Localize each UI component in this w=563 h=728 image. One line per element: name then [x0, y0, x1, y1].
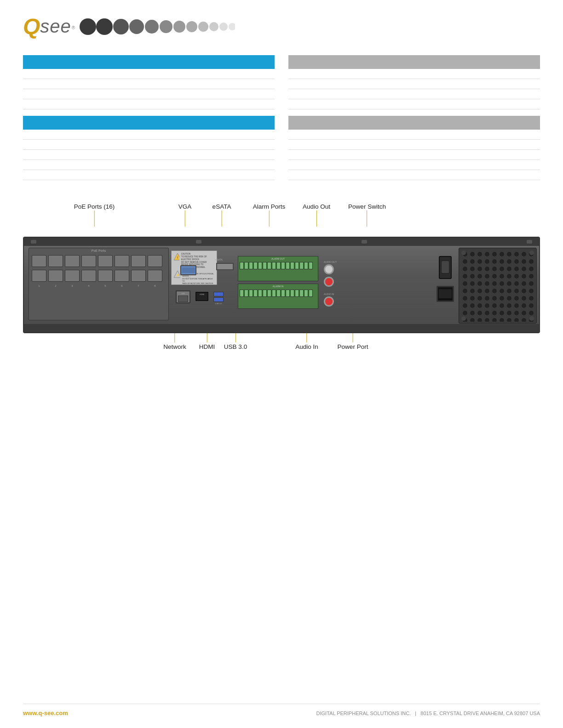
spec-row — [288, 99, 540, 109]
device-top-bar — [24, 238, 539, 246]
spec-column-right — [288, 55, 540, 180]
spec-header-right-2 — [288, 116, 540, 130]
power-switch[interactable] — [439, 256, 452, 279]
label-hdmi: HDMI — [199, 333, 215, 351]
spec-row — [23, 160, 275, 170]
svg-point-3 — [129, 19, 144, 34]
alarm-out-pins — [238, 260, 318, 271]
usb-label-small: USB 3.0 — [213, 302, 224, 305]
label-alarm-ports: Alarm Ports — [253, 202, 286, 227]
poe-row-bottom — [29, 268, 168, 284]
bottom-labels: Network HDMI USB 3.0 Audio In Power Port — [23, 333, 540, 358]
logo: Q see ® — [23, 14, 235, 39]
svg-point-0 — [80, 18, 96, 35]
spec-header-left-1 — [23, 55, 275, 69]
svg-point-6 — [173, 21, 185, 33]
poe-port — [148, 255, 162, 267]
svg-text:⚡: ⚡ — [176, 273, 180, 277]
alarm-pin — [258, 262, 262, 269]
screw-center-right — [362, 240, 367, 244]
network-port: LAN — [176, 290, 190, 303]
vga-port-area: VGA — [180, 265, 196, 278]
alarm-in-label-small: ALARM IN — [238, 284, 318, 288]
usb-port-1 — [213, 292, 224, 296]
spec-header-right-1 — [288, 55, 540, 69]
poe-port — [48, 255, 63, 267]
logo-trademark: ® — [72, 25, 75, 30]
alarm-pin — [281, 262, 285, 269]
alarm-pin — [290, 290, 294, 297]
spec-row — [288, 89, 540, 99]
usb-ports: USB 3.0 — [213, 292, 224, 305]
alarm-pin — [290, 262, 294, 269]
vga-label-small: VGA — [180, 276, 196, 279]
audio-in-section: AUDIO IN — [324, 293, 334, 307]
alarm-pin — [244, 262, 248, 269]
warning-icon: ⚡ — [173, 270, 180, 279]
audio-in-label-small: AUDIO IN — [324, 293, 334, 296]
spec-row — [23, 99, 275, 109]
spec-area — [23, 55, 540, 180]
label-usb: USB 3.0 — [224, 333, 247, 351]
poe-port — [81, 255, 96, 267]
label-power-switch: Power Switch — [348, 202, 386, 227]
audio-out-label-small: AUDIO OUT — [324, 261, 337, 263]
esata-label-small: e-SATA — [215, 258, 223, 261]
footer: www.q-see.com DIGITAL PERIPHERAL SOLUTIO… — [23, 704, 540, 717]
poe-port — [98, 270, 113, 282]
spec-row — [23, 69, 275, 79]
label-line-hdmi — [207, 333, 207, 342]
svg-point-7 — [186, 21, 197, 32]
alarm-in-pins — [238, 288, 318, 299]
alarm-pin — [295, 290, 299, 297]
spec-row — [23, 140, 275, 150]
audio-out-rca-red — [324, 277, 334, 287]
alarm-pin — [276, 262, 281, 269]
alarm-pin — [295, 262, 299, 269]
spec-column-left — [23, 55, 275, 180]
poe-port — [148, 270, 162, 282]
spec-row — [23, 79, 275, 89]
alarm-pin — [240, 262, 244, 269]
fan-grid — [461, 250, 535, 322]
audio-out-section: AUDIO OUT — [324, 261, 337, 287]
poe-port — [65, 255, 80, 267]
poe-port — [65, 270, 80, 282]
poe-section: PoE Ports — [29, 248, 169, 320]
alarm-pin — [299, 290, 304, 297]
alarm-pin — [299, 262, 304, 269]
label-line-esata — [221, 210, 222, 227]
alarm-pin — [276, 290, 281, 297]
alarm-pin — [281, 290, 285, 297]
spec-row — [288, 170, 540, 180]
fan-screw — [529, 250, 534, 255]
device-bottom-bar — [24, 324, 539, 332]
alarm-out-block: ALARM OUT — [238, 256, 318, 281]
poe-labels-row: 1 2 3 4 5 6 7 8 — [29, 284, 168, 287]
alarm-pin — [304, 262, 308, 269]
label-power-port: Power Port — [338, 333, 368, 351]
svg-point-5 — [160, 20, 172, 33]
label-line-usb — [236, 333, 236, 342]
alarm-pin — [244, 290, 248, 297]
spec-row — [288, 130, 540, 140]
alarm-pin — [249, 290, 253, 297]
svg-point-11 — [229, 23, 235, 30]
label-line-network — [174, 333, 175, 342]
alarm-pin — [267, 262, 271, 269]
poe-port — [81, 270, 96, 282]
label-line-poe — [94, 210, 94, 227]
alarm-in-block: ALARM IN — [238, 284, 318, 309]
footer-address: DIGITAL PERIPHERAL SOLUTIONS INC. | 8015… — [316, 711, 540, 716]
vga-port — [180, 265, 196, 275]
poe-port — [98, 255, 113, 267]
svg-point-2 — [113, 19, 129, 34]
top-labels: PoE Ports (16) VGA eSATA Alarm Ports Aud… — [23, 202, 540, 237]
device-body: PoE Ports — [23, 237, 540, 333]
label-line-alarm — [269, 210, 269, 227]
svg-rect-17 — [461, 250, 535, 322]
poe-port — [115, 270, 129, 282]
label-poe-ports: PoE Ports (16) — [74, 202, 115, 227]
label-audio-in: Audio In — [295, 333, 318, 351]
svg-point-9 — [209, 22, 218, 31]
